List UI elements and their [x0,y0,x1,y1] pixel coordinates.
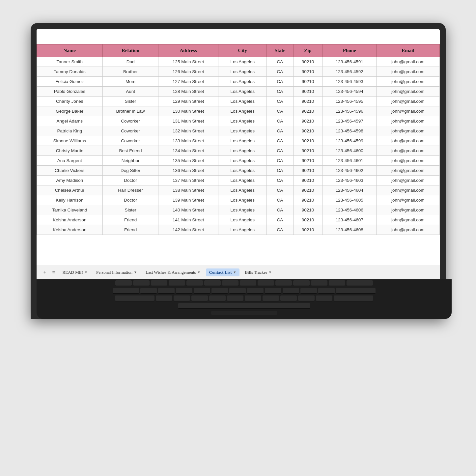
key [229,288,246,294]
table-cell: CA [267,77,293,87]
spreadsheet-area: NameRelationAddressCityStateZipPhoneEmai… [37,44,440,265]
table-cell: 123-456-4603 [322,176,377,185]
table-cell: 135 Main Street [158,156,218,166]
table-cell: Los Angeles [218,195,267,205]
tab-item[interactable]: Contact List▼ [206,268,240,276]
table-cell: Sister [103,97,158,106]
table-cell: Los Angeles [218,67,267,77]
table-row: Charlie VickersDog Sitter136 Main Street… [37,166,439,176]
key [211,288,228,294]
table-cell: Hair Dresser [103,185,158,195]
table-cell: 90210 [293,57,322,67]
column-header: City [218,44,267,57]
table-cell: 90210 [293,176,322,185]
tab-label: READ ME! [63,270,83,275]
table-cell: 140 Main Street [158,205,218,215]
table-cell: Dog Sitter [103,166,158,176]
table-cell: Los Angeles [218,77,267,87]
sheet-header [37,29,440,44]
table-cell: Patricia King [37,126,103,136]
keyboard-area [37,279,452,319]
table-cell: 123-456-4599 [322,136,377,146]
table-cell: Doctor [103,195,158,205]
table-cell: Los Angeles [218,87,267,97]
table-cell: 123-456-4604 [322,185,377,195]
key [158,288,175,294]
table-cell: Charlie Vickers [37,166,103,176]
table-row: Angel AdamsCoworker131 Main StreetLos An… [37,116,439,126]
table-cell: CA [267,195,293,205]
table-cell: 132 Main Street [158,126,218,136]
dropdown-arrow-icon: ▼ [84,270,88,274]
tab-item[interactable]: Last Wishes & Arrangements▼ [142,268,204,276]
table-cell: 90210 [293,106,322,116]
key [240,280,256,286]
table-cell: john@gmail.com [377,106,439,116]
table-cell: CA [267,116,293,126]
table-row: Amy MadisonDoctor137 Main StreetLos Ange… [37,176,439,185]
table-cell: Los Angeles [218,57,267,67]
table-cell: 123-456-4591 [322,57,377,67]
table-cell: Coworker [103,116,158,126]
table-cell: john@gmail.com [377,57,439,67]
table-cell: CA [267,97,293,106]
tab-add-icon[interactable]: + [42,268,48,276]
table-cell: 136 Main Street [158,166,218,176]
key [347,280,373,286]
table-row: Patricia KingCoworker132 Main StreetLos … [37,126,439,136]
table-cell: Simone Williams [37,136,103,146]
table-cell: john@gmail.com [377,87,439,97]
column-header: Zip [293,44,322,57]
table-cell: Christy Martin [37,146,103,156]
table-cell: CA [267,166,293,176]
table-cell: 90210 [293,225,322,235]
table-cell: Los Angeles [218,176,267,185]
table-cell: Los Angeles [218,166,267,176]
column-header: Address [158,44,218,57]
table-cell: john@gmail.com [377,215,439,225]
table-cell: CA [267,146,293,156]
table-cell: 123-456-4607 [322,215,377,225]
key [316,295,332,301]
table-cell: Keisha Anderson [37,225,103,235]
table-cell: Amy Madison [37,176,103,185]
tab-item[interactable]: Bills Tracker▼ [241,268,275,276]
dropdown-arrow-icon: ▼ [233,270,237,274]
table-cell: 123-456-4601 [322,156,377,166]
table-cell: SIster [103,205,158,215]
tab-item[interactable]: READ ME!▼ [59,268,91,276]
keyboard-rows [47,280,441,309]
table-cell: Tamika Cleveland [37,205,103,215]
table-cell: George Baker [37,106,103,116]
tab-label: Last Wishes & Arrangements [146,270,196,275]
key [133,280,150,286]
tab-label: Contact List [209,270,232,275]
tab-menu-icon[interactable]: ≡ [50,268,57,276]
table-cell: CA [267,136,293,146]
table-cell: 133 Main Street [158,136,218,146]
table-row: Pablo GonzalesAunt128 Main StreetLos Ang… [37,87,439,97]
trackpad [211,311,277,315]
table-cell: Friend [103,225,158,235]
table-cell: 123-456-4595 [322,97,377,106]
key [275,280,292,286]
table-cell: 90210 [293,215,322,225]
tab-label: Bills Tracker [245,270,267,275]
table-cell: Los Angeles [218,156,267,166]
table-cell: Neighbor [103,156,158,166]
table-cell: 90210 [293,126,322,136]
table-cell: Coworker [103,126,158,136]
tab-item[interactable]: Personal Information▼ [93,268,140,276]
table-row: Felicia GomezMom127 Main StreetLos Angel… [37,77,439,87]
table-cell: CA [267,67,293,77]
table-cell: Mom [103,77,158,87]
table-row: Kelly HarrisonDoctor139 Main StreetLos A… [37,195,439,205]
key [115,280,132,286]
table-row: Charity JonesSister129 Main StreetLos An… [37,97,439,106]
key [191,295,208,301]
column-header: State [267,44,293,57]
table-cell: CA [267,57,293,67]
table-cell: 123-456-4605 [322,195,377,205]
table-cell: john@gmail.com [377,185,439,195]
key [151,280,167,286]
